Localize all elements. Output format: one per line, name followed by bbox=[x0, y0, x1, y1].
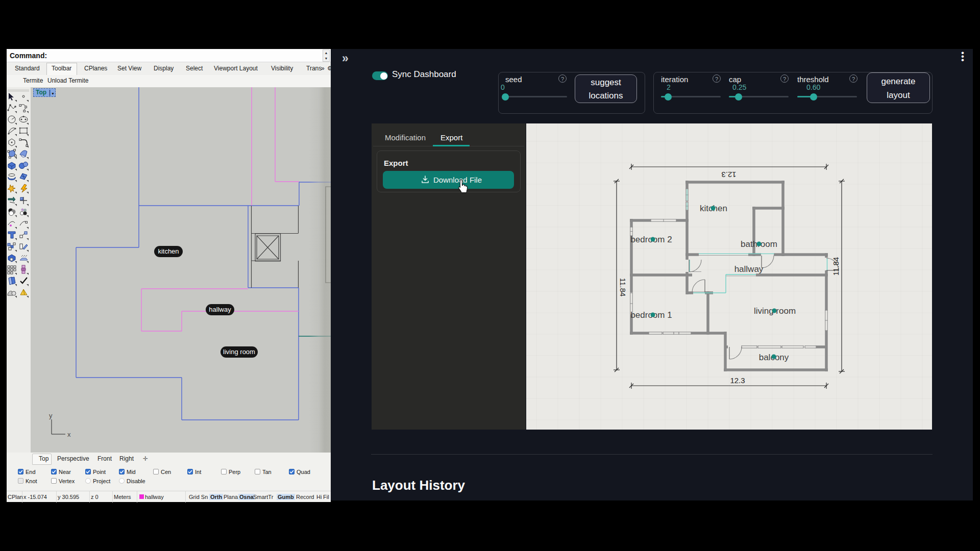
svg-text:11.84: 11.84 bbox=[619, 278, 627, 296]
svg-text:11.84: 11.84 bbox=[831, 257, 840, 276]
svg-text:12.3: 12.3 bbox=[721, 170, 736, 179]
svg-text:x: x bbox=[67, 431, 71, 438]
svg-text:12.3: 12.3 bbox=[730, 376, 745, 385]
svg-text:y: y bbox=[49, 412, 53, 419]
svg-text:hallway: hallway bbox=[734, 264, 764, 274]
